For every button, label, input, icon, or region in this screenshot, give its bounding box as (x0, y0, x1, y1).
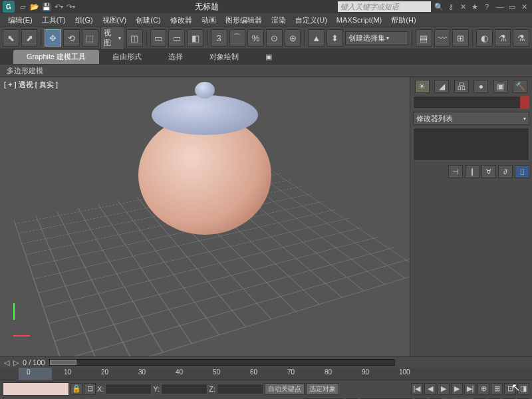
viewport[interactable]: [ + ] 透视 [ 真实 ] (0, 77, 410, 356)
percent-snap-icon[interactable]: % (247, 29, 264, 47)
frame-display: 0 / 100 (23, 358, 45, 366)
menu-modifier[interactable]: 修改器 (166, 14, 196, 27)
make-unique-icon[interactable]: ∀ (481, 165, 496, 178)
tab-select[interactable]: 选择 (155, 50, 196, 64)
select-obj-icon[interactable]: ▭ (150, 29, 167, 47)
slider-thumb[interactable] (50, 360, 76, 365)
scale-tool[interactable]: ⬚ (82, 29, 98, 47)
nav1-icon[interactable]: ⊕ (477, 383, 489, 395)
ref-coord-dropdown[interactable]: 视图▾ (100, 26, 125, 50)
unlink-icon[interactable]: ⬈ (21, 29, 38, 47)
tab-graphite[interactable]: Graphite 建模工具 (13, 50, 99, 64)
menu-render[interactable]: 渲染 (267, 14, 290, 27)
select-name-icon[interactable]: ▭ (168, 29, 185, 47)
time-slider[interactable] (49, 359, 395, 366)
nav-left-icon[interactable]: ◁ (4, 358, 9, 367)
menu-custom[interactable]: 自定义(U) (291, 14, 331, 27)
util-tab-icon[interactable]: 🔨 (513, 80, 527, 93)
scene-object-jar[interactable] (138, 115, 271, 235)
redo-icon[interactable]: ↷▾ (65, 1, 76, 12)
rotate-tool[interactable]: ⟲ (63, 29, 80, 47)
pivot-icon[interactable]: ◫ (126, 29, 143, 47)
play-icon[interactable]: ▶ (438, 383, 450, 395)
configure-sets-icon[interactable]: ⌷ (515, 165, 529, 178)
nav3-icon[interactable]: ⊡ (504, 383, 516, 395)
menu-help[interactable]: 帮助(H) (387, 14, 420, 27)
show-result-icon[interactable]: ∥ (465, 165, 479, 178)
snap-3-icon[interactable]: 3 (211, 29, 227, 47)
maximize-button[interactable]: ▭ (507, 1, 517, 12)
command-panel: ☀ ◢ 品 ● ▣ 🔨 修改器列表▾ ⊣ ∥ ∀ ∂ ⌷ (410, 77, 532, 356)
modifier-list-dropdown[interactable]: 修改器列表▾ (413, 112, 529, 125)
close-button[interactable]: ✕ (519, 1, 529, 12)
angle-snap-icon[interactable]: ⌒ (229, 29, 246, 47)
align-icon[interactable]: ⬍ (327, 29, 343, 47)
select-link-icon[interactable]: ⬉ (3, 29, 19, 47)
track-color-swatch[interactable] (3, 382, 69, 396)
open-icon[interactable]: 📂 (29, 1, 40, 12)
menu-maxscript[interactable]: MAXScript(M) (332, 15, 386, 25)
time-ruler[interactable]: 0 10 20 30 40 50 60 70 80 90 100 (0, 368, 532, 380)
ribbon-collapse-icon[interactable]: ▣ (252, 51, 285, 63)
remove-mod-icon[interactable]: ∂ (498, 165, 513, 178)
menu-edit[interactable]: 编辑(E) (4, 14, 37, 27)
render-setup-icon[interactable]: ⚗ (495, 29, 511, 47)
auto-key-button[interactable]: 自动关键点 (265, 383, 305, 395)
nav2-icon[interactable]: ⊞ (491, 383, 503, 395)
nav-right-icon[interactable]: ▷ (13, 358, 19, 367)
schematic-icon[interactable]: ⊞ (452, 29, 469, 47)
tab-freeform[interactable]: 自由形式 (99, 50, 155, 64)
display-tab-icon[interactable]: ▣ (493, 80, 508, 93)
help-icon[interactable]: ? (481, 1, 492, 12)
sub-ribbon: 多边形建模 (0, 64, 532, 77)
selected-obj-dropdown[interactable]: 选定对象 (306, 383, 339, 395)
menu-create[interactable]: 创建(C) (132, 14, 164, 27)
curve-editor-icon[interactable]: 〰 (434, 29, 451, 47)
layer-icon[interactable]: ▤ (416, 29, 432, 47)
x-input[interactable] (105, 384, 152, 394)
sel-lock-icon[interactable]: ⊡ (84, 383, 96, 395)
timeline: ◁ ▷ 0 / 100 0 10 20 30 40 50 60 70 80 90… (0, 356, 532, 380)
save-icon[interactable]: 💾 (41, 1, 52, 12)
motion-tab-icon[interactable]: ● (473, 80, 488, 93)
menu-tools[interactable]: 工具(T) (38, 14, 70, 27)
search-input[interactable]: 键入关键字或短语 (338, 1, 431, 12)
lock-icon[interactable]: 🔒 (70, 383, 82, 395)
axis-gizmo (7, 317, 33, 343)
z-input[interactable] (217, 384, 263, 394)
menu-group[interactable]: 组(G) (71, 14, 97, 27)
undo-icon[interactable]: ↶▾ (53, 1, 64, 12)
move-tool[interactable]: ✥ (45, 29, 61, 47)
spinner-snap-icon[interactable]: ⊙ (266, 29, 283, 47)
modify-tab-icon[interactable]: ◢ (434, 80, 449, 93)
y-input[interactable] (161, 384, 207, 394)
viewport-label[interactable]: [ + ] 透视 [ 真实 ] (4, 80, 58, 90)
star-icon[interactable]: ★ (469, 1, 480, 12)
goto-start-icon[interactable]: |◀ (411, 383, 423, 395)
render-icon[interactable]: ⚗ (513, 29, 529, 47)
hierarchy-tab-icon[interactable]: 品 (454, 80, 469, 93)
material-icon[interactable]: ◐ (476, 29, 493, 47)
link-icon[interactable]: ⚷ (446, 1, 456, 12)
bottom-bar: 🔒 ⊡ X: Y: Z: 自动关键点 选定对象 |◀ ◀ ▶ ▶ ▶| ⊕ ⊞ … (0, 380, 532, 397)
snap-toggle-icon[interactable]: ⊕ (285, 29, 301, 47)
menu-anim[interactable]: 动画 (198, 14, 220, 27)
nav4-icon[interactable]: ◨ (517, 383, 529, 395)
tab-paint[interactable]: 对象绘制 (196, 50, 252, 64)
menu-graph[interactable]: 图形编辑器 (221, 14, 266, 27)
menu-view[interactable]: 视图(V) (98, 14, 131, 27)
create-tab-icon[interactable]: ☀ (415, 80, 430, 93)
search-icon[interactable]: 🔍 (434, 1, 444, 12)
select-region-icon[interactable]: ◧ (187, 29, 203, 47)
goto-end-icon[interactable]: ▶| (464, 383, 476, 395)
new-icon[interactable]: ▱ (17, 1, 28, 12)
tool-icon[interactable]: ✕ (458, 1, 468, 12)
object-name-input[interactable] (413, 96, 529, 109)
selection-set-dropdown[interactable]: 创建选择集▾ (345, 31, 408, 45)
next-frame-icon[interactable]: ▶ (451, 383, 463, 395)
minimize-button[interactable]: — (495, 1, 505, 12)
mirror-icon[interactable]: ▲ (308, 29, 325, 47)
pin-stack-icon[interactable]: ⊣ (448, 165, 463, 178)
modifier-stack[interactable] (413, 128, 529, 161)
prev-frame-icon[interactable]: ◀ (424, 383, 436, 395)
